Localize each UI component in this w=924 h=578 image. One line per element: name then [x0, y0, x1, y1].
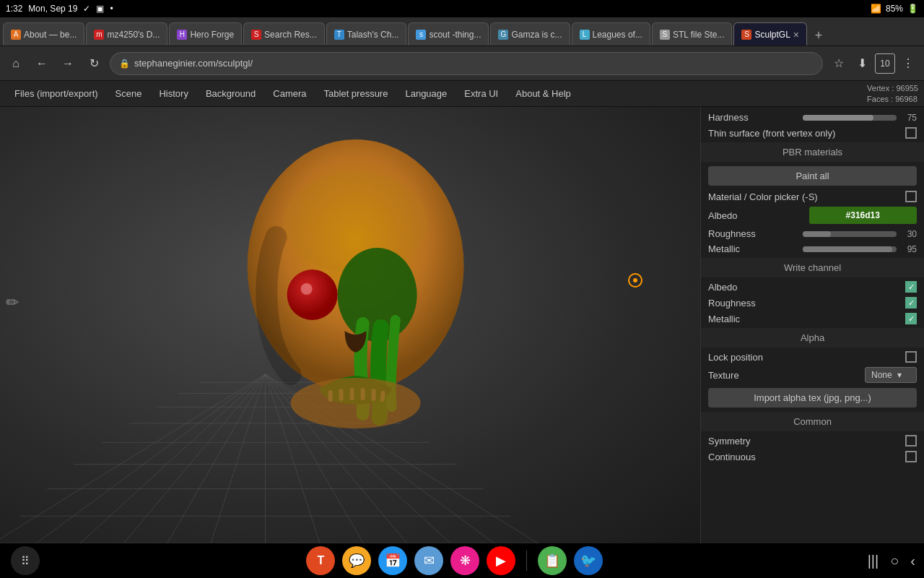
vertex-info: Vertex : 96955 Faces : 96968 — [867, 81, 918, 107]
menu-extra-ui[interactable]: Extra UI — [456, 85, 507, 102]
continuous-row: Continuous — [701, 449, 924, 465]
symmetry-label: Symmetry — [708, 436, 901, 447]
tab-search[interactable]: S Search Res... — [243, 22, 325, 46]
download-button[interactable]: ⬇ — [852, 53, 872, 74]
tab-gamza[interactable]: G Gamza is c... — [490, 22, 570, 46]
app-grid[interactable]: ⠿ — [11, 546, 40, 575]
albedo-swatch[interactable]: #316d13 — [809, 207, 918, 224]
url-box[interactable]: 🔒 stephaneginier.com/sculptgl/ — [110, 52, 823, 75]
roughness-label: Roughness — [708, 228, 798, 239]
battery-level: 85% — [886, 4, 903, 14]
svg-point-27 — [291, 378, 421, 428]
svg-point-25 — [287, 269, 338, 320]
menu-button[interactable]: ⋮ — [898, 53, 918, 74]
menu-files[interactable]: Files (import/export) — [6, 85, 107, 102]
home-circle-button[interactable]: ○ — [890, 553, 899, 569]
app-calendar[interactable]: 📅 — [378, 546, 407, 575]
lock-position-label: Lock position — [708, 352, 901, 363]
roughness-slider[interactable] — [803, 231, 897, 237]
roughness-fill — [803, 231, 831, 237]
pbr-title: PBR materials — [701, 142, 924, 162]
tab-bar: A About — be... m mz4250's D... H Hero F… — [0, 17, 924, 46]
menu-about-help[interactable]: About & Help — [507, 85, 580, 102]
symmetry-row: Symmetry — [701, 433, 924, 449]
tab-heroforge-label: Hero Forge — [190, 30, 234, 40]
tab-about[interactable]: A About — be... — [3, 22, 84, 46]
metallic-row: Metallic 95 — [701, 241, 924, 256]
tab-sculptgl-close[interactable]: × — [793, 29, 799, 40]
recent-apps-button[interactable]: ||| — [868, 553, 879, 569]
home-button[interactable]: ⌂ — [6, 53, 26, 74]
back-arrow-button[interactable]: ‹ — [910, 553, 915, 569]
tab-search-label: Search Res... — [264, 30, 317, 40]
bookmark-button[interactable]: ☆ — [829, 53, 849, 74]
tab-heroforge[interactable]: H Hero Forge — [169, 22, 242, 46]
monitor-icon: ▣ — [96, 4, 104, 14]
chevron-down-icon: ▾ — [897, 370, 902, 380]
tab-sculptgl[interactable]: S SculptGL × — [733, 22, 807, 46]
metallic-write-checkbox[interactable] — [905, 313, 917, 324]
app-flower[interactable]: ❋ — [450, 546, 479, 575]
metallic-fill — [803, 246, 892, 252]
tab-scout-label: scout -thing... — [429, 30, 481, 40]
app-toptal[interactable]: T — [306, 546, 335, 575]
taskbar-right: ||| ○ ‹ — [868, 553, 915, 569]
tab-talash[interactable]: T Talash's Ch... — [326, 22, 407, 46]
menu-language[interactable]: Language — [396, 85, 456, 102]
continuous-checkbox[interactable] — [905, 451, 917, 462]
metallic-slider[interactable] — [803, 246, 897, 252]
pencil-tool-icon[interactable]: ✏ — [6, 293, 26, 314]
tab-scout[interactable]: s scout -thing... — [408, 22, 489, 46]
forward-button[interactable]: → — [58, 53, 78, 74]
thin-surface-row: Thin surface (front vertex only) — [701, 125, 924, 141]
tab-leagues[interactable]: L Leagues of... — [572, 22, 650, 46]
app-airmail[interactable]: ✉ — [414, 546, 443, 575]
roughness-write-row: Roughness — [701, 295, 924, 311]
menu-tablet[interactable]: Tablet pressure — [315, 85, 397, 102]
menu-camera[interactable]: Camera — [264, 85, 315, 102]
menu-history[interactable]: History — [150, 85, 196, 102]
menu-background[interactable]: Background — [197, 85, 264, 102]
app-green[interactable]: 📋 — [538, 546, 567, 575]
material-picker-checkbox[interactable] — [905, 191, 917, 202]
texture-select[interactable]: None ▾ — [865, 367, 917, 383]
lock-icon: 🔒 — [119, 59, 130, 69]
symmetry-checkbox[interactable] — [905, 435, 917, 447]
hardness-value: 75 — [901, 113, 917, 123]
hardness-label: Hardness — [708, 112, 798, 123]
refresh-button[interactable]: ↻ — [84, 53, 104, 74]
hardness-slider[interactable] — [803, 115, 897, 121]
tab-gamza-label: Gamza is c... — [511, 30, 562, 40]
paint-all-button[interactable]: Paint all — [708, 166, 917, 186]
tab-heroforge-favicon: H — [177, 30, 187, 40]
albedo-write-checkbox[interactable] — [905, 281, 917, 293]
app-youtube[interactable]: ▶ — [487, 546, 515, 575]
app-messenger[interactable]: 💬 — [342, 546, 371, 575]
roughness-write-checkbox[interactable] — [905, 297, 917, 309]
thin-surface-checkbox[interactable] — [905, 127, 917, 139]
menu-scene[interactable]: Scene — [107, 85, 151, 102]
tab-count-button[interactable]: 10 — [875, 53, 895, 74]
lock-position-row: Lock position — [701, 349, 924, 365]
tab-sculptgl-label: SculptGL — [754, 30, 790, 40]
canvas-area[interactable]: ✏ — [0, 107, 700, 543]
tab-mz4250-label: mz4250's D... — [107, 30, 160, 40]
scene-background: ✏ — [0, 107, 700, 543]
taskbar-left: ⠿ — [9, 546, 42, 575]
status-bar: 1:32 Mon, Sep 19 ✓ ▣ • 📶 85% 🔋 — [0, 0, 924, 17]
import-alpha-button[interactable]: Import alpha tex (jpg, png...) — [708, 388, 917, 407]
new-tab-button[interactable]: + — [808, 25, 829, 46]
metallic-value: 95 — [901, 244, 917, 254]
tab-mz4250[interactable]: m mz4250's D... — [86, 22, 167, 46]
taskbar-divider — [526, 551, 527, 571]
material-picker-row: Material / Color picker (-S) — [701, 189, 924, 204]
tab-stl[interactable]: S STL file Ste... — [652, 22, 733, 46]
back-button[interactable]: ← — [32, 53, 52, 74]
albedo-label: Albedo — [708, 210, 805, 221]
metallic-write-row: Metallic — [701, 311, 924, 327]
dot-icon: • — [110, 4, 113, 14]
tab-talash-label: Talash's Ch... — [347, 30, 399, 40]
time: 1:32 — [6, 4, 22, 14]
lock-position-checkbox[interactable] — [905, 351, 917, 363]
app-twitter[interactable]: 🐦 — [574, 546, 603, 575]
